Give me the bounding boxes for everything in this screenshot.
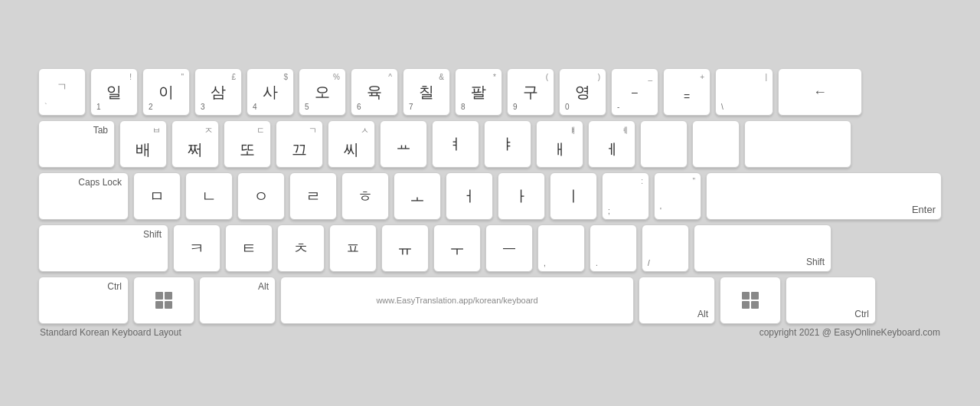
key-win-right[interactable] (720, 277, 781, 324)
key-e[interactable]: ㄷ 또 (224, 120, 271, 168)
key-shift-right[interactable]: Shift (694, 224, 831, 272)
key-o[interactable]: ㅒ ㅐ (536, 120, 583, 168)
key-u[interactable]: ㅕ (432, 120, 479, 168)
key-s[interactable]: ㄴ (185, 172, 233, 220)
key-t[interactable]: ㅅ 씨 (328, 120, 375, 168)
key-shift-left[interactable]: Shift (38, 224, 168, 272)
row-shift: Shift ㅋ ㅌ ㅊ ㅍ ㅠ ㅜ — , . / (38, 224, 942, 272)
key-lbracket[interactable] (640, 120, 688, 168)
key-x[interactable]: ㅌ (225, 224, 273, 272)
key-2[interactable]: " 이 2 (142, 68, 190, 116)
key-m[interactable]: — (485, 224, 533, 272)
key-5[interactable]: % 오 5 (299, 68, 346, 116)
key-1[interactable]: ! 일 1 (90, 68, 138, 116)
key-w[interactable]: ㅈ 쩌 (172, 120, 219, 168)
key-c[interactable]: ㅊ (277, 224, 325, 272)
key-j[interactable]: ㅓ (446, 172, 493, 220)
key-semicolon[interactable]: : ; (602, 172, 649, 220)
key-quote[interactable]: " ' (654, 172, 701, 220)
key-b[interactable]: ㅠ (381, 224, 429, 272)
key-q[interactable]: ㅂ 배 (119, 120, 167, 168)
key-pipe[interactable]: | \ (715, 68, 773, 116)
key-7[interactable]: & 칠 7 (403, 68, 450, 116)
key-8[interactable]: * 팔 8 (455, 68, 502, 116)
space-url: www.EasyTranslation.app/korean/keyboard (376, 296, 537, 305)
key-v[interactable]: ㅍ (329, 224, 377, 272)
key-l[interactable]: ㅣ (550, 172, 597, 220)
key-h[interactable]: ㅗ (394, 172, 441, 220)
key-win-left[interactable] (133, 277, 194, 324)
key-d[interactable]: ㅇ (237, 172, 285, 220)
key-ctrl-left[interactable]: Ctrl (38, 277, 129, 324)
keyboard-layout-label: Standard Korean Keyboard Layout (40, 327, 181, 338)
key-alt-right[interactable]: Alt (639, 277, 715, 324)
key-f[interactable]: ㄹ (289, 172, 337, 220)
key-tab[interactable]: Tab (38, 120, 115, 168)
row-numbers: ㄱ ` ! 일 1 " 이 2 £ 삼 3 $ 사 4 % 오 5 ^ (38, 68, 942, 116)
key-equals[interactable]: + = (663, 68, 710, 116)
key-period[interactable]: . (590, 224, 637, 272)
key-k[interactable]: ㅏ (498, 172, 545, 220)
key-enter-main[interactable]: Enter (706, 172, 942, 220)
key-slash[interactable]: / (642, 224, 689, 272)
key-0[interactable]: ) 영 0 (559, 68, 606, 116)
key-comma[interactable]: , (537, 224, 585, 272)
key-6[interactable]: ^ 육 6 (351, 68, 398, 116)
key-i[interactable]: ㅑ (484, 120, 531, 168)
row-bottom: Ctrl Alt www.EasyTranslation.app/korean/… (38, 277, 942, 324)
key-backspace[interactable]: ← (778, 68, 862, 116)
row-qwerty: Tab ㅂ 배 ㅈ 쩌 ㄷ 또 ㄱ 끄 ㅅ 씨 ㅛ (38, 120, 942, 168)
key-z[interactable]: ㅋ (173, 224, 220, 272)
key-3[interactable]: £ 삼 3 (194, 68, 242, 116)
key-p[interactable]: ㅖ ㅔ (588, 120, 635, 168)
key-rbracket[interactable] (692, 120, 740, 168)
key-r[interactable]: ㄱ 끄 (276, 120, 323, 168)
key-g[interactable]: ㅎ (341, 172, 389, 220)
windows-icon-right (742, 292, 759, 309)
footer: Standard Korean Keyboard Layout copyrigh… (38, 327, 942, 338)
key-space[interactable]: www.EasyTranslation.app/korean/keyboard (280, 277, 634, 324)
key-n[interactable]: ㅜ (433, 224, 481, 272)
key-enter[interactable] (744, 120, 851, 168)
key-capslock[interactable]: Caps Lock (38, 172, 129, 220)
key-y[interactable]: ㅛ (380, 120, 427, 168)
keyboard: ㄱ ` ! 일 1 " 이 2 £ 삼 3 $ 사 4 % 오 5 ^ (38, 68, 942, 324)
row-asdf: Caps Lock ㅁ ㄴ ㅇ ㄹ ㅎ ㅗ ㅓ ㅏ ㅣ : (38, 172, 942, 220)
key-backtick[interactable]: ㄱ ` (38, 68, 86, 116)
key-4[interactable]: $ 사 4 (247, 68, 294, 116)
key-alt-left[interactable]: Alt (199, 277, 276, 324)
windows-icon-left (155, 292, 172, 309)
key-minus[interactable]: _ – - (611, 68, 658, 116)
key-a[interactable]: ㅁ (133, 172, 181, 220)
copyright-text: copyright 2021 @ EasyOnlineKeyboard.com (760, 327, 940, 338)
key-9[interactable]: ( 구 9 (507, 68, 554, 116)
key-ctrl-right[interactable]: Ctrl (786, 277, 876, 324)
